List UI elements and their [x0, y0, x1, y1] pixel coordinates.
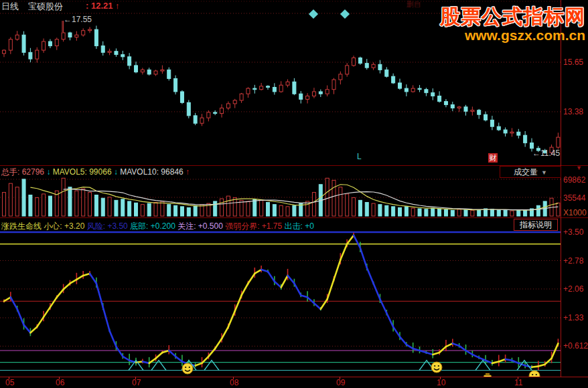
axis-dropdown-icon[interactable]: ▼	[576, 165, 582, 171]
volume-bar	[48, 196, 52, 216]
lifeline-segment	[479, 358, 486, 361]
candle-down	[267, 86, 270, 88]
volume-bar	[438, 209, 441, 216]
lifeline-segment	[222, 327, 228, 339]
candle-down	[121, 55, 125, 57]
volume-bar	[372, 203, 375, 216]
candle-down	[48, 41, 52, 46]
lifeline-segment	[407, 345, 413, 349]
volume-bar	[398, 207, 402, 216]
volume-bar	[267, 203, 270, 216]
volume-bar	[121, 199, 125, 216]
volume-bar	[477, 210, 481, 216]
volume-bar	[490, 209, 494, 216]
candle-up	[3, 50, 6, 54]
diamond-marker-icon	[309, 9, 318, 19]
candle-down	[174, 78, 177, 92]
candle-down	[147, 70, 151, 74]
candle-up	[141, 70, 144, 72]
lifeline-segment	[96, 284, 103, 307]
volume-bar	[365, 203, 368, 216]
indicator-axis-label: +2.06	[563, 284, 583, 294]
volume-bar	[536, 205, 540, 216]
finance-news-marker[interactable]: 财	[488, 153, 498, 163]
lifeline-segment	[64, 284, 70, 290]
volume-bar	[325, 178, 329, 216]
candle-up	[200, 118, 204, 123]
candle-up	[411, 88, 415, 92]
lifeline-segment	[50, 297, 57, 307]
indicator-axis-label: +1.33	[563, 313, 583, 322]
indicator-selector[interactable]: 成交量▼	[500, 166, 561, 178]
indicator-help-button[interactable]: 指标说明	[514, 219, 558, 231]
volume-bar	[220, 199, 224, 216]
chevron-down-icon: ▼	[541, 169, 547, 176]
stock-app-window: $ 日线 宝硕股份 : 12.21 ↑ 删自 股票公式指标网 www.gszx.…	[0, 0, 588, 388]
time-axis-tick	[9, 377, 9, 379]
volume-bar	[457, 209, 461, 216]
lifeline-segment	[143, 362, 149, 363]
candle-down	[444, 102, 447, 105]
lifeline-segment	[433, 353, 439, 355]
lifeline-indicator-chart[interactable]: $	[0, 231, 561, 377]
volume-bar	[504, 210, 507, 216]
last-price: : 12.21 ↑	[86, 1, 120, 11]
candle-up	[510, 132, 514, 133]
time-axis-tick	[59, 377, 60, 379]
volume-bar	[174, 205, 177, 216]
volume-bar	[9, 183, 12, 216]
lifeline-segment	[156, 353, 163, 359]
indicator-param: 小心: +3.20	[44, 221, 86, 231]
volume-bar	[29, 195, 32, 216]
volume-bar	[246, 201, 250, 216]
price-axis-label: 15.65	[563, 58, 583, 67]
volume-header-item: MAVOL5: 99066	[53, 167, 114, 177]
candle-down	[418, 88, 421, 90]
candle-down	[530, 143, 534, 149]
candle-up	[233, 100, 236, 104]
lifeline-segment	[314, 303, 321, 309]
candle-down	[484, 114, 488, 120]
time-axis-tick	[440, 377, 441, 379]
candle-up	[226, 104, 230, 108]
time-axis-label: 05	[5, 378, 14, 387]
candle-up	[9, 39, 12, 50]
bottom-signal-triangle	[204, 361, 219, 371]
lifeline-segment	[400, 336, 407, 345]
candle-up	[35, 50, 39, 59]
volume-bar	[557, 203, 560, 216]
volume-bar	[68, 187, 72, 216]
lifeline-segment	[123, 357, 129, 361]
indicator-param: 出击: +0	[285, 221, 314, 231]
candle-down	[101, 46, 104, 53]
volume-bar	[339, 187, 342, 216]
volume-bar	[464, 210, 467, 216]
volume-axis-label: 35544	[563, 193, 585, 203]
volume-header-arrow-icon: ↓	[114, 167, 120, 177]
volume-bar	[42, 194, 46, 216]
candle-up	[286, 82, 289, 85]
volume-header-arrow-icon: ↓	[46, 167, 52, 177]
volume-bar	[352, 197, 356, 216]
candle-down	[405, 88, 408, 92]
candle-down	[497, 126, 500, 130]
candle-down	[524, 135, 527, 142]
candlestick-chart[interactable]	[0, 0, 561, 165]
candle-up	[207, 112, 210, 118]
candle-up	[161, 70, 164, 71]
lifeline-segment	[439, 347, 446, 353]
candle-up	[346, 66, 349, 74]
volume-bar	[312, 193, 315, 216]
candle-up	[246, 88, 250, 94]
diamond-marker-icon	[340, 9, 350, 19]
candle-up	[55, 39, 58, 46]
lifeline-segment	[208, 349, 215, 357]
volume-bar	[88, 193, 92, 216]
lifeline-segment	[453, 343, 459, 346]
volume-bar	[226, 196, 230, 216]
lifeline-segment	[545, 359, 552, 365]
candle-up	[312, 92, 315, 96]
candle-down	[22, 35, 25, 52]
candle-up	[75, 35, 78, 37]
candle-down	[273, 87, 276, 92]
